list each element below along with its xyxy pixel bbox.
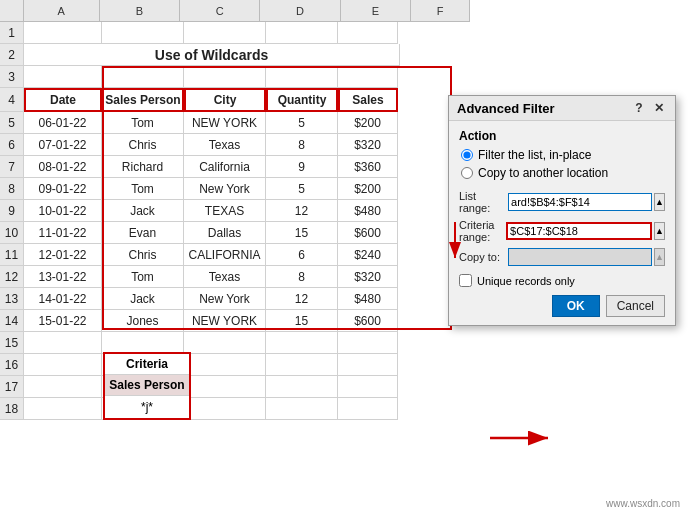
cell-11-date[interactable]: 12-01-22: [24, 244, 102, 266]
cell-12-qty[interactable]: 8: [266, 266, 338, 288]
cell-11-qty[interactable]: 6: [266, 244, 338, 266]
cell-7-person[interactable]: Richard: [102, 156, 184, 178]
grid-row-2: 2 Use of Wildcards: [0, 44, 470, 66]
cell-13-person[interactable]: Jack: [102, 288, 184, 310]
copy-to-input[interactable]: [508, 248, 652, 266]
cell-13-date[interactable]: 14-01-22: [24, 288, 102, 310]
cell-10-date[interactable]: 11-01-22: [24, 222, 102, 244]
criteria-range-btn[interactable]: ▲: [654, 222, 665, 240]
cell-10-person[interactable]: Evan: [102, 222, 184, 244]
radio-inplace-input[interactable]: [461, 149, 473, 161]
criteria-range-input[interactable]: [506, 222, 652, 240]
close-icon[interactable]: ✕: [651, 100, 667, 116]
cell-13-sales[interactable]: $480: [338, 288, 398, 310]
cell-3-f[interactable]: [338, 66, 398, 88]
help-icon[interactable]: ?: [631, 100, 647, 116]
cell-7-date[interactable]: 08-01-22: [24, 156, 102, 178]
radio-copy-location[interactable]: Copy to another location: [461, 166, 665, 180]
cell-12-person[interactable]: Tom: [102, 266, 184, 288]
radio-filter-inplace[interactable]: Filter the list, in-place: [461, 148, 665, 162]
cell-15-c[interactable]: [102, 332, 184, 354]
ok-button[interactable]: OK: [552, 295, 600, 317]
cell-11-person[interactable]: Chris: [102, 244, 184, 266]
cell-8-date[interactable]: 09-01-22: [24, 178, 102, 200]
cell-15-d[interactable]: [184, 332, 266, 354]
cell-18-b[interactable]: [24, 398, 102, 420]
col-header-e: E: [341, 0, 412, 21]
criteria-value[interactable]: *j*: [105, 396, 189, 418]
cell-12-sales[interactable]: $320: [338, 266, 398, 288]
cell-10-qty[interactable]: 15: [266, 222, 338, 244]
cell-14-date[interactable]: 15-01-22: [24, 310, 102, 332]
cell-12-date[interactable]: 13-01-22: [24, 266, 102, 288]
cell-1-b[interactable]: [24, 22, 102, 44]
cell-18-d[interactable]: [184, 398, 266, 420]
cell-6-qty[interactable]: 8: [266, 134, 338, 156]
cell-6-person[interactable]: Chris: [102, 134, 184, 156]
row-num-1: 1: [0, 22, 24, 44]
cell-3-c[interactable]: [102, 66, 184, 88]
copy-to-btn[interactable]: ▲: [654, 248, 665, 266]
cell-5-sales[interactable]: $200: [338, 112, 398, 134]
cell-16-d[interactable]: [184, 354, 266, 376]
cell-9-date[interactable]: 10-01-22: [24, 200, 102, 222]
cell-8-qty[interactable]: 5: [266, 178, 338, 200]
criteria-header: Sales Person: [105, 375, 189, 396]
cell-5-city[interactable]: NEW YORK: [184, 112, 266, 134]
cell-1-d[interactable]: [184, 22, 266, 44]
cell-8-city[interactable]: New York: [184, 178, 266, 200]
cell-13-city[interactable]: New York: [184, 288, 266, 310]
cell-13-qty[interactable]: 12: [266, 288, 338, 310]
cell-18-e[interactable]: [266, 398, 338, 420]
cell-16-b[interactable]: [24, 354, 102, 376]
cell-14-sales[interactable]: $600: [338, 310, 398, 332]
unique-records-row[interactable]: Unique records only: [459, 274, 665, 287]
cell-9-person[interactable]: Jack: [102, 200, 184, 222]
cell-6-sales[interactable]: $320: [338, 134, 398, 156]
cell-17-e[interactable]: [266, 376, 338, 398]
cell-3-b[interactable]: [24, 66, 102, 88]
copy-to-row: Copy to: ▲: [459, 248, 665, 266]
cell-15-e[interactable]: [266, 332, 338, 354]
cell-16-f[interactable]: [338, 354, 398, 376]
cell-15-f[interactable]: [338, 332, 398, 354]
cell-1-c[interactable]: [102, 22, 184, 44]
cell-9-qty[interactable]: 12: [266, 200, 338, 222]
cell-12-city[interactable]: Texas: [184, 266, 266, 288]
cell-17-b[interactable]: [24, 376, 102, 398]
cell-5-qty[interactable]: 5: [266, 112, 338, 134]
cell-1-f[interactable]: [338, 22, 398, 44]
cell-11-sales[interactable]: $240: [338, 244, 398, 266]
cell-14-qty[interactable]: 15: [266, 310, 338, 332]
list-range-btn[interactable]: ▲: [654, 193, 665, 211]
cancel-button[interactable]: Cancel: [606, 295, 665, 317]
list-range-input[interactable]: [508, 193, 652, 211]
cell-14-city[interactable]: NEW YORK: [184, 310, 266, 332]
cell-7-city[interactable]: California: [184, 156, 266, 178]
cell-5-date[interactable]: 06-01-22: [24, 112, 102, 134]
row-num-2: 2: [0, 44, 24, 66]
cell-10-sales[interactable]: $600: [338, 222, 398, 244]
cell-9-sales[interactable]: $480: [338, 200, 398, 222]
cell-8-person[interactable]: Tom: [102, 178, 184, 200]
cell-8-sales[interactable]: $200: [338, 178, 398, 200]
cell-6-city[interactable]: Texas: [184, 134, 266, 156]
cell-14-person[interactable]: Jones: [102, 310, 184, 332]
cell-10-city[interactable]: Dallas: [184, 222, 266, 244]
cell-5-person[interactable]: Tom: [102, 112, 184, 134]
cell-7-qty[interactable]: 9: [266, 156, 338, 178]
cell-3-d[interactable]: [184, 66, 266, 88]
cell-16-e[interactable]: [266, 354, 338, 376]
unique-records-checkbox[interactable]: [459, 274, 472, 287]
cell-3-e[interactable]: [266, 66, 338, 88]
cell-11-city[interactable]: CALIFORNIA: [184, 244, 266, 266]
cell-15-b[interactable]: [24, 332, 102, 354]
cell-18-f[interactable]: [338, 398, 398, 420]
cell-17-f[interactable]: [338, 376, 398, 398]
cell-9-city[interactable]: TEXAS: [184, 200, 266, 222]
cell-6-date[interactable]: 07-01-22: [24, 134, 102, 156]
cell-7-sales[interactable]: $360: [338, 156, 398, 178]
cell-1-e[interactable]: [266, 22, 338, 44]
cell-17-d[interactable]: [184, 376, 266, 398]
radio-copy-input[interactable]: [461, 167, 473, 179]
